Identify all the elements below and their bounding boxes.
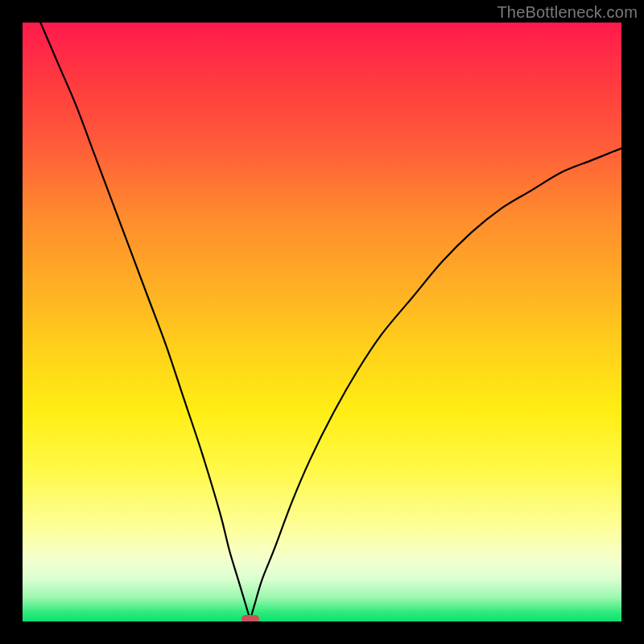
watermark-text: TheBottleneck.com <box>497 3 638 22</box>
plot-area <box>23 23 621 621</box>
optimum-marker <box>242 615 259 621</box>
chart-frame: TheBottleneck.com <box>0 0 644 644</box>
bottleneck-curve <box>23 23 621 621</box>
